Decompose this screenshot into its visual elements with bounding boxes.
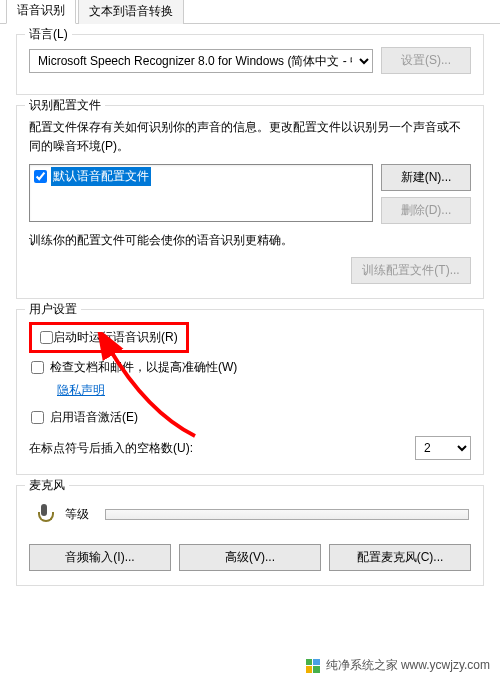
- footer-text: 纯净系统之家 www.ycwjzy.com: [326, 657, 490, 674]
- profile-item-label: 默认语音配置文件: [51, 167, 151, 186]
- microphone-icon: [31, 502, 55, 526]
- new-profile-button[interactable]: 新建(N)...: [381, 164, 471, 191]
- voice-activation-checkbox[interactable]: [31, 411, 44, 424]
- delete-profile-button: 删除(D)...: [381, 197, 471, 224]
- privacy-link[interactable]: 隐私声明: [57, 382, 471, 399]
- profile-list[interactable]: 默认语音配置文件: [29, 164, 373, 222]
- mic-level-label: 等级: [65, 506, 89, 523]
- advanced-button[interactable]: 高级(V)...: [179, 544, 321, 571]
- highlight-box: 启动时运行语音识别(R): [29, 322, 189, 353]
- audio-input-button[interactable]: 音频输入(I)...: [29, 544, 171, 571]
- run-at-startup-label: 启动时运行语音识别(R): [53, 329, 178, 346]
- profile-description: 配置文件保存有关如何识别你的声音的信息。更改配置文件以识别另一个声音或不同的噪音…: [29, 118, 471, 156]
- tab-tts[interactable]: 文本到语音转换: [78, 0, 184, 24]
- profile-checkbox[interactable]: [34, 170, 47, 183]
- review-docs-label: 检查文档和邮件，以提高准确性(W): [50, 359, 237, 376]
- profile-group-title: 识别配置文件: [25, 97, 105, 114]
- profile-item-default[interactable]: 默认语音配置文件: [30, 165, 372, 188]
- user-settings-title: 用户设置: [25, 301, 81, 318]
- run-at-startup-checkbox[interactable]: [40, 331, 53, 344]
- language-select[interactable]: Microsoft Speech Recognizer 8.0 for Wind…: [29, 49, 373, 73]
- language-group: 语言(L) Microsoft Speech Recognizer 8.0 fo…: [16, 34, 484, 95]
- spaces-label: 在标点符号后插入的空格数(U):: [29, 440, 193, 457]
- train-hint: 训练你的配置文件可能会使你的语音识别更精确。: [29, 232, 471, 249]
- train-profile-button: 训练配置文件(T)...: [351, 257, 471, 284]
- configure-mic-button[interactable]: 配置麦克风(C)...: [329, 544, 471, 571]
- spaces-select[interactable]: 2: [415, 436, 471, 460]
- language-group-title: 语言(L): [25, 26, 72, 43]
- voice-activation-label: 启用语音激活(E): [50, 409, 138, 426]
- microphone-group: 麦克风 等级 音频输入(I)... 高级(V)... 配置麦克风(C)...: [16, 485, 484, 586]
- footer-logo-icon: [306, 659, 320, 673]
- footer: 纯净系统之家 www.ycwjzy.com: [306, 657, 490, 674]
- microphone-group-title: 麦克风: [25, 477, 69, 494]
- mic-level-bar: [105, 509, 469, 520]
- tab-speech-recognition[interactable]: 语音识别: [6, 0, 76, 24]
- user-settings-group: 用户设置 启动时运行语音识别(R) 检查文档和邮件，以提高准确性(W) 隐私声明…: [16, 309, 484, 475]
- language-settings-button: 设置(S)...: [381, 47, 471, 74]
- review-docs-checkbox[interactable]: [31, 361, 44, 374]
- profile-group: 识别配置文件 配置文件保存有关如何识别你的声音的信息。更改配置文件以识别另一个声…: [16, 105, 484, 299]
